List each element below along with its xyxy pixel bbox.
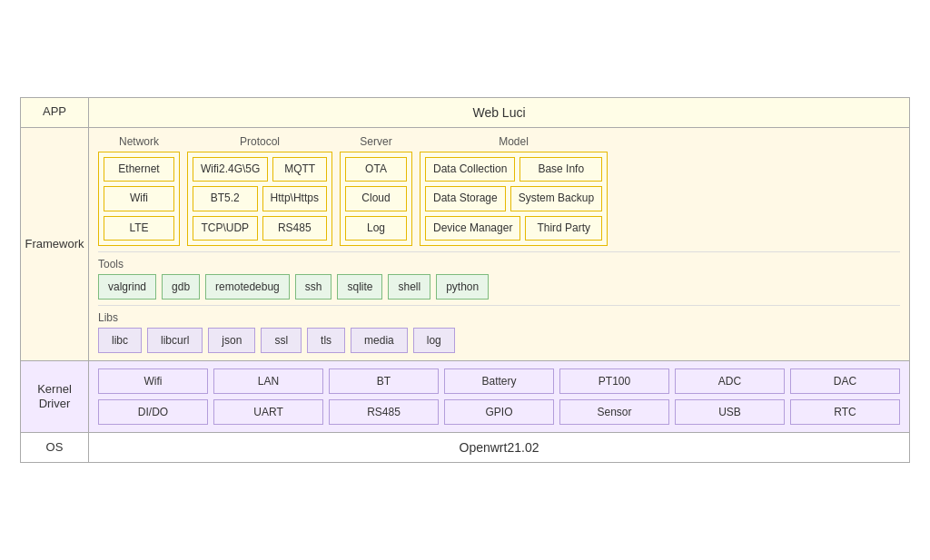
rs485-kd-box: RS485 xyxy=(329,399,439,425)
rs485-proto-box: RS485 xyxy=(262,216,328,241)
base-info-box: Base Info xyxy=(519,157,602,182)
app-row: APP Web Luci xyxy=(21,98,909,128)
ssl-box: ssl xyxy=(261,328,302,353)
server-group: Server OTA Cloud Log xyxy=(340,135,412,247)
tools-section: Tools valgrind gdb remotedebug ssh sqlit… xyxy=(98,258,900,300)
libs-label: Libs xyxy=(98,311,900,324)
bt52-box: BT5.2 xyxy=(193,186,258,211)
log-box: Log xyxy=(345,216,407,241)
sensor-kd-box: Sensor xyxy=(559,399,669,425)
json-box: json xyxy=(208,328,255,353)
protocol-boxes: Wifi2.4G\5G MQTT BT5.2 Http\Https TCP\UD… xyxy=(187,152,332,247)
bt-kd-box: BT xyxy=(329,368,439,394)
data-storage-box: Data Storage xyxy=(425,186,506,211)
framework-content: Network Ethernet Wifi LTE Protocol Wifi2… xyxy=(89,128,909,361)
dido-kd-box: DI/DO xyxy=(98,399,208,425)
tools-label: Tools xyxy=(98,258,900,270)
tools-boxes: valgrind gdb remotedebug ssh sqlite shel… xyxy=(98,274,900,300)
framework-groups: Network Ethernet Wifi LTE Protocol Wifi2… xyxy=(98,135,900,247)
lan-kd-box: LAN xyxy=(213,368,323,394)
battery-kd-box: Battery xyxy=(444,368,554,394)
architecture-diagram: APP Web Luci Framework Network Ethernet … xyxy=(20,97,910,464)
system-backup-box: System Backup xyxy=(510,186,602,211)
data-collection-box: Data Collection xyxy=(425,157,515,182)
mqtt-box: MQTT xyxy=(272,157,327,182)
uart-kd-box: UART xyxy=(213,399,323,425)
wifi-box: Wifi xyxy=(104,186,174,211)
log-libs-box: log xyxy=(413,328,455,353)
network-boxes: Ethernet Wifi LTE xyxy=(98,152,180,247)
kernel-row: Kernel Driver Wifi LAN BT Battery PT100 … xyxy=(21,361,909,433)
gdb-box: gdb xyxy=(162,274,200,300)
network-label: Network xyxy=(98,135,180,148)
protocol-label: Protocol xyxy=(187,135,332,148)
os-content: Openwrt21.02 xyxy=(89,433,909,462)
gpio-kd-box: GPIO xyxy=(444,399,554,425)
ota-box: OTA xyxy=(345,157,407,182)
pt100-kd-box: PT100 xyxy=(559,368,669,394)
model-boxes: Data Collection Base Info Data Storage S… xyxy=(420,152,608,247)
libs-section: Libs libc libcurl json ssl tls media log xyxy=(98,311,900,353)
libs-boxes: libc libcurl json ssl tls media log xyxy=(98,328,900,353)
shell-box: shell xyxy=(388,274,430,300)
cloud-box: Cloud xyxy=(345,186,407,211)
libcurl-box: libcurl xyxy=(147,328,203,353)
server-boxes: OTA Cloud Log xyxy=(340,152,412,247)
os-text: Openwrt21.02 xyxy=(460,440,539,455)
wifi5g-box: Wifi2.4G\5G xyxy=(193,157,268,182)
os-row: OS Openwrt21.02 xyxy=(21,433,909,462)
wifi-kd-box: Wifi xyxy=(98,368,208,394)
adc-kd-box: ADC xyxy=(675,368,785,394)
libc-box: libc xyxy=(98,328,142,353)
framework-row: Framework Network Ethernet Wifi LTE xyxy=(21,128,909,362)
valgrind-box: valgrind xyxy=(98,274,156,300)
os-label: OS xyxy=(21,433,89,462)
protocol-group: Protocol Wifi2.4G\5G MQTT BT5.2 Http\Htt… xyxy=(187,135,332,247)
lte-box: LTE xyxy=(104,216,174,241)
kernel-label: Kernel Driver xyxy=(21,361,89,432)
media-box: media xyxy=(351,328,408,353)
sqlite-box: sqlite xyxy=(337,274,382,300)
python-box: python xyxy=(436,274,489,300)
server-label: Server xyxy=(340,135,412,148)
remotedebug-box: remotedebug xyxy=(205,274,290,300)
kernel-content: Wifi LAN BT Battery PT100 ADC DAC DI/DO … xyxy=(89,361,909,432)
network-group: Network Ethernet Wifi LTE xyxy=(98,135,180,247)
tcpudp-box: TCP\UDP xyxy=(193,216,258,241)
kernel-row1: Wifi LAN BT Battery PT100 ADC DAC xyxy=(98,368,900,394)
dac-kd-box: DAC xyxy=(790,368,900,394)
device-manager-box: Device Manager xyxy=(425,216,520,241)
kernel-grid: Wifi LAN BT Battery PT100 ADC DAC DI/DO … xyxy=(98,368,900,425)
tls-box: tls xyxy=(307,328,345,353)
app-content: Web Luci xyxy=(89,98,909,127)
app-text: Web Luci xyxy=(472,105,525,120)
usb-kd-box: USB xyxy=(675,399,785,425)
model-label: Model xyxy=(420,135,608,148)
httphttps-box: Http\Https xyxy=(262,186,328,211)
ssh-box: ssh xyxy=(295,274,332,300)
ethernet-box: Ethernet xyxy=(104,157,174,182)
model-group: Model Data Collection Base Info Data Sto… xyxy=(420,135,608,247)
rtc-kd-box: RTC xyxy=(790,399,900,425)
kernel-row2: DI/DO UART RS485 GPIO Sensor USB RTC xyxy=(98,399,900,425)
framework-label: Framework xyxy=(21,128,89,361)
third-party-box: Third Party xyxy=(525,216,602,241)
app-label: APP xyxy=(21,98,89,127)
